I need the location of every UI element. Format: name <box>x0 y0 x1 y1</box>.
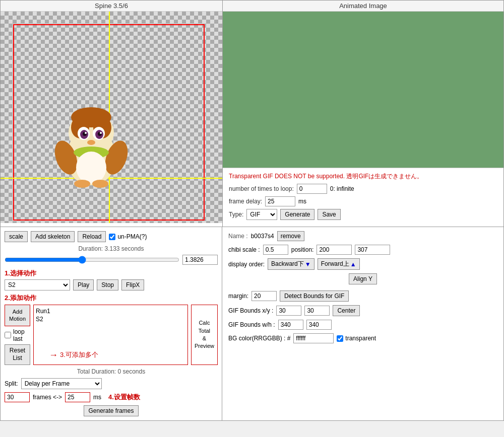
split-select[interactable]: Delay per Frame Equal Splits None <box>21 378 102 389</box>
loop-last-label[interactable]: looplast <box>5 328 30 342</box>
duration-label: Duration: 3.133 seconds <box>5 245 218 252</box>
backward-button[interactable]: Backward下 ▼ <box>268 258 314 270</box>
generate-frames-button[interactable]: Generate frames <box>84 405 138 416</box>
gif-bounds-x-input[interactable] <box>276 306 301 316</box>
generate-gif-button[interactable]: Generate <box>280 209 314 220</box>
motion-list-item: S2 <box>36 315 185 323</box>
reset-list-button[interactable]: Reset List <box>5 344 30 365</box>
position-label: position: <box>291 246 314 253</box>
spine-panel-header: Spine 3.5/6 <box>1 1 222 12</box>
step3-label: → 3.可添加多个 <box>49 350 98 360</box>
gif-bounds-w-input[interactable] <box>278 320 303 330</box>
svg-point-18 <box>74 180 90 188</box>
step2-label: 2.添加动作 <box>5 294 36 302</box>
settings-panel: Name : b0037s4 remove chibi scale : posi… <box>222 227 503 420</box>
svg-point-12 <box>100 132 102 134</box>
frames-arrow-label: frames <-> <box>33 394 62 401</box>
margin-input[interactable] <box>251 291 277 301</box>
position-y-input[interactable] <box>355 245 390 255</box>
display-order-label: display order: <box>228 261 265 268</box>
animated-canvas-area <box>223 12 503 168</box>
unpma-checkbox[interactable] <box>109 234 115 240</box>
name-label: Name : <box>228 233 248 240</box>
detect-bounds-button[interactable]: Detect Bounds for GIF <box>280 290 349 302</box>
forward-label: Forward上 <box>321 260 349 268</box>
backward-label: Backward下 <box>271 260 304 268</box>
ms-input[interactable] <box>65 392 90 402</box>
frame-delay-unit: ms <box>298 198 306 205</box>
animation-select[interactable]: S2 idle walk run <box>5 279 70 290</box>
transparent-checkbox[interactable] <box>337 335 343 342</box>
type-label: Type: <box>229 211 243 218</box>
gif-bounds-xy-label: GIF Bounds x/y : <box>228 307 273 314</box>
name-value: b0037s4 <box>251 233 274 240</box>
reload-button[interactable]: Reload <box>78 231 106 242</box>
add-skeleton-button[interactable]: Add skeleton <box>31 231 75 242</box>
motion-controls: Add Motion looplast Reset List <box>5 305 30 365</box>
forward-button[interactable]: Forward上 ▲ <box>318 258 360 270</box>
svg-point-13 <box>87 140 95 145</box>
arrow-icon: → <box>49 350 58 360</box>
loop-label: number of times to loop: <box>229 185 294 192</box>
scale-button[interactable]: scale <box>5 231 28 242</box>
chibi-scale-input[interactable] <box>263 245 288 255</box>
frame-delay-label: frame delay: <box>229 198 262 205</box>
remove-button[interactable]: remove <box>277 231 304 241</box>
transparent-option[interactable]: transparent <box>337 335 376 342</box>
loop-hint: 0: infinite <box>330 185 354 192</box>
gif-bounds-y-input[interactable] <box>304 306 330 316</box>
unpma-label[interactable]: un-PMA(?) <box>109 233 147 240</box>
controls-panel: scale Add skeleton Reload un-PMA(?) Dura… <box>1 227 222 420</box>
spine-canvas <box>1 12 222 223</box>
calc-total-preview-button[interactable]: Calc Total & Preview <box>191 305 218 365</box>
character-sprite <box>51 92 132 193</box>
loop-input[interactable] <box>297 184 327 194</box>
loop-checkbox[interactable] <box>5 332 11 338</box>
motion-list-item: Run1 <box>36 307 185 315</box>
chibi-scale-label: chibi scale : <box>228 246 260 253</box>
center-button[interactable]: Center <box>333 305 360 316</box>
frames-input[interactable] <box>5 392 30 402</box>
flipx-button[interactable]: FlipX <box>121 279 144 290</box>
step1-label: 1.选择动作 <box>5 269 218 278</box>
transparent-label: transparent <box>345 335 376 342</box>
bg-color-input[interactable] <box>293 333 334 343</box>
ms-label: ms <box>93 394 101 401</box>
transparent-warning-text: Transparent GIF DOES NOT be supported. 透… <box>229 172 497 181</box>
slider-value-input[interactable] <box>182 255 218 265</box>
save-button[interactable]: Save <box>318 209 340 220</box>
align-y-button[interactable]: Align Y <box>349 273 377 284</box>
position-x-input[interactable] <box>317 245 352 255</box>
svg-point-11 <box>85 132 87 134</box>
bg-color-label: BG color(RRGGBB) : # <box>228 335 290 342</box>
up-arrow-icon: ▲ <box>350 261 356 268</box>
animated-panel-header: Animated Image <box>223 1 503 12</box>
gif-bounds-h-input[interactable] <box>306 320 332 330</box>
timeline-slider[interactable] <box>5 256 179 264</box>
total-duration-label: Total Duration: 0 seconds <box>5 368 218 375</box>
play-button[interactable]: Play <box>73 279 94 290</box>
stop-button[interactable]: Stop <box>97 279 118 290</box>
step4-label: 4.设置帧数 <box>108 393 140 402</box>
animated-info-section: Transparent GIF DOES NOT be supported. 透… <box>223 168 503 227</box>
margin-label: margin: <box>228 293 248 300</box>
motion-list-container: Run1 S2 → 3.可添加多个 <box>33 305 188 365</box>
frame-delay-input[interactable] <box>265 196 295 206</box>
type-select[interactable]: GIF APNG <box>246 209 277 220</box>
add-motion-button[interactable]: Add Motion <box>5 305 30 326</box>
split-label: Split: <box>5 380 18 387</box>
svg-point-19 <box>92 180 108 188</box>
svg-point-17 <box>76 152 106 184</box>
down-arrow-icon: ▼ <box>305 261 311 268</box>
gif-bounds-wh-label: GIF Bounds w/h : <box>228 321 275 328</box>
